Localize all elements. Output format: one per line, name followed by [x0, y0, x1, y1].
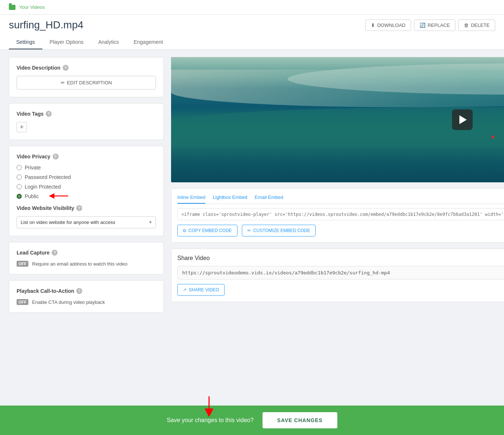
privacy-radio-password[interactable] — [17, 175, 22, 180]
embed-actions: ⧉ COPY EMBED CODE ✏ CUSTOMIZE EMBED CODE — [177, 225, 504, 236]
visibility-info-icon[interactable]: ? — [76, 205, 82, 211]
copy-embed-code-button[interactable]: ⧉ COPY EMBED CODE — [177, 225, 237, 236]
header-actions: ⬇ DOWNLOAD 🔄 REPLACE 🗑 DELETE — [365, 20, 495, 31]
share-section: Share Video ? https://sproutvideodemo.vi… — [171, 249, 504, 302]
edit-icon: ✏ — [61, 80, 65, 85]
public-arrow — [48, 190, 70, 201]
play-button[interactable] — [452, 109, 473, 130]
playback-cta-card: Playback Call-to-Action ? OFF Enable CTA… — [9, 280, 164, 313]
video-preview — [171, 57, 504, 182]
embed-tab-email[interactable]: Email Embed — [255, 194, 283, 204]
lead-capture-info-icon[interactable]: ? — [52, 250, 58, 256]
privacy-option-private[interactable]: Private — [17, 165, 156, 171]
privacy-radio-private[interactable] — [17, 165, 22, 170]
edit-description-button[interactable]: ✏ EDIT DESCRIPTION — [17, 76, 156, 90]
delete-button[interactable]: 🗑 DELETE — [458, 20, 495, 31]
embed-tab-lightbox[interactable]: Lightbox Embed — [213, 194, 247, 204]
embed-tabs: Inline Embed Lightbox Embed Email Embed … — [177, 194, 504, 204]
share-icon: ↗ — [183, 287, 187, 292]
video-description-card: Video Description ? ✏ EDIT DESCRIPTION — [9, 57, 164, 97]
delete-icon: 🗑 — [464, 22, 469, 28]
tabs-nav: Settings Player Options Analytics Engage… — [9, 35, 495, 49]
privacy-radio-login[interactable] — [17, 184, 22, 189]
video-website-visibility-title: Video Website Visibility ? — [17, 205, 156, 211]
lead-capture-description: Require an email address to watch this v… — [32, 261, 128, 267]
copy-icon: ⧉ — [183, 228, 186, 233]
video-description-title: Video Description ? — [17, 65, 156, 71]
add-tag-button[interactable]: + — [17, 122, 27, 132]
embed-tab-inline[interactable]: Inline Embed — [177, 194, 205, 204]
left-panel: Video Description ? ✏ EDIT DESCRIPTION V… — [9, 57, 164, 313]
tab-settings[interactable]: Settings — [9, 35, 42, 49]
replace-button[interactable]: 🔄 REPLACE — [414, 20, 456, 31]
header: surfing_HD.mp4 ⬇ DOWNLOAD 🔄 REPLACE 🗑 DE… — [0, 15, 504, 50]
surf-thumbnail — [171, 57, 504, 182]
share-video-button[interactable]: ↗ SHARE VIDEO — [177, 284, 225, 296]
privacy-option-login-protected[interactable]: Login Protected — [17, 184, 156, 190]
main-content: Video Description ? ✏ EDIT DESCRIPTION V… — [0, 50, 504, 342]
visibility-select[interactable]: List on video website for anyone with ac… — [17, 216, 156, 228]
download-button[interactable]: ⬇ DOWNLOAD — [365, 20, 411, 31]
customize-embed-code-button[interactable]: ✏ CUSTOMIZE EMBED CODE — [242, 225, 316, 236]
embed-code-box: <iframe class='sproutvideo-player' src='… — [177, 208, 504, 220]
lead-capture-title: Lead Capture ? — [17, 250, 156, 256]
video-website-visibility-section: Video Website Visibility ? List on video… — [17, 205, 156, 228]
video-privacy-info-icon[interactable]: ? — [53, 154, 59, 159]
tab-player-options[interactable]: Player Options — [42, 35, 91, 49]
video-tags-card: Video Tags ? + — [9, 103, 164, 140]
folder-icon — [9, 5, 15, 10]
video-description-info-icon[interactable]: ? — [63, 65, 69, 71]
playback-cta-description: Enable CTA during video playback — [32, 299, 105, 305]
visibility-select-wrapper: List on video website for anyone with ac… — [17, 216, 156, 228]
embed-section: Inline Embed Lightbox Embed Email Embed … — [171, 188, 504, 243]
video-privacy-card: Video Privacy ? Private Password Protect… — [9, 146, 164, 236]
video-tags-info-icon[interactable]: ? — [46, 111, 52, 117]
lead-capture-toggle-row: OFF Require an email address to watch th… — [17, 261, 156, 267]
tab-analytics[interactable]: Analytics — [91, 35, 126, 49]
video-privacy-title: Video Privacy ? — [17, 154, 156, 159]
video-tags-title: Video Tags ? — [17, 111, 156, 117]
breadcrumb-link[interactable]: Your Videos — [19, 4, 45, 10]
video-title: surfing_HD.mp4 — [9, 19, 83, 31]
playback-cta-title: Playback Call-to-Action ? — [17, 288, 156, 294]
share-title: Share Video ? — [177, 255, 504, 262]
privacy-radio-public[interactable] — [17, 194, 22, 199]
privacy-option-password-protected[interactable]: Password Protected — [17, 174, 156, 180]
privacy-radio-group: Private Password Protected Login Protect… — [17, 165, 156, 199]
lead-capture-card: Lead Capture ? OFF Require an email addr… — [9, 242, 164, 274]
lead-capture-toggle-off-label: OFF — [17, 261, 28, 267]
download-icon: ⬇ — [371, 22, 375, 28]
customize-icon: ✏ — [247, 228, 251, 233]
playback-cta-toggle-off-label: OFF — [17, 299, 28, 305]
replace-icon: 🔄 — [420, 22, 425, 28]
playback-cta-toggle-row: OFF Enable CTA during video playback — [17, 299, 156, 305]
privacy-option-public[interactable]: Public — [17, 193, 156, 199]
tab-engagement[interactable]: Engagement — [126, 35, 170, 49]
top-bar: Your Videos — [0, 0, 504, 15]
share-url: https://sproutvideodemo.vids.io/videos/a… — [177, 266, 504, 280]
playback-cta-info-icon[interactable]: ? — [76, 288, 82, 294]
right-panel: Inline Embed Lightbox Embed Email Embed … — [171, 57, 504, 313]
